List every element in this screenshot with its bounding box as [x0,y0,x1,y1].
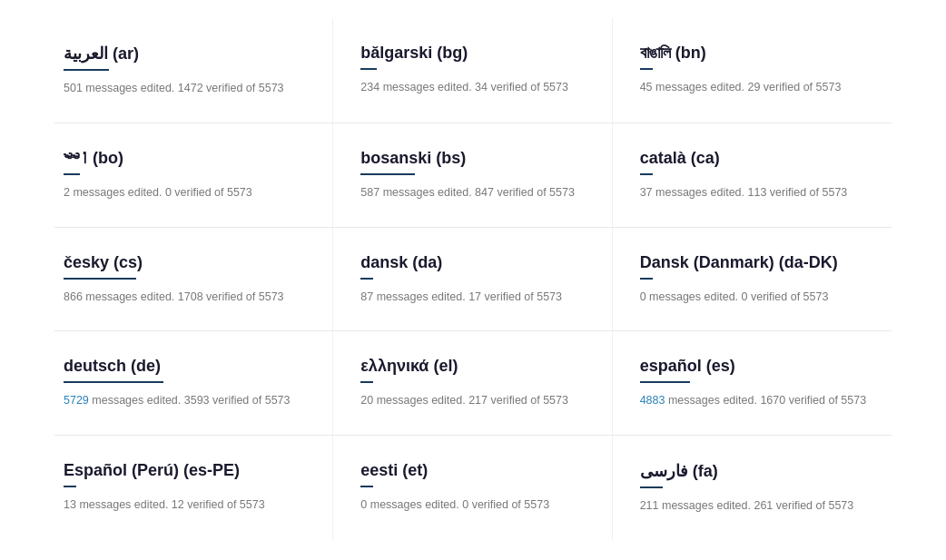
lang-item-bs[interactable]: bosanski (bs)587 messages edited. 847 ve… [333,123,612,228]
lang-underline-de [64,381,163,383]
lang-item-bg[interactable]: bălgarski (bg)234 messages edited. 34 ve… [333,18,612,123]
lang-title-el: ελληνικά (el) [360,357,593,376]
lang-stats-bg: 234 messages edited. 34 verified of 5573 [360,79,593,96]
lang-underline-da-DK [640,278,653,280]
lang-title-es: español (es) [640,357,873,376]
lang-underline-es-PE [64,486,76,487]
lang-underline-el [360,381,373,383]
lang-title-fa: فارسی (fa) [640,461,873,481]
lang-stats-fa: 211 messages edited. 261 verified of 557… [640,497,873,515]
language-grid: العربية (ar)501 messages edited. 1472 ve… [54,18,892,540]
lang-underline-et [360,486,373,487]
lang-underline-cs [64,278,136,280]
lang-stats-de: 5729 messages edited. 3593 verified of 5… [64,392,314,409]
lang-title-bg: bălgarski (bg) [360,44,593,63]
lang-item-es[interactable]: español (es)4883 messages edited. 1670 v… [613,331,892,436]
lang-title-ca: català (ca) [640,149,873,168]
lang-title-bn: বাঙালি (bn) [640,44,873,63]
lang-item-el[interactable]: ελληνικά (el)20 messages edited. 217 ver… [333,331,612,436]
lang-stats-cs: 866 messages edited. 1708 verified of 55… [64,289,314,306]
lang-title-da-DK: Dansk (Danmark) (da-DK) [640,253,873,272]
lang-item-ca[interactable]: català (ca)37 messages edited. 113 verif… [613,123,892,228]
lang-stats-et: 0 messages edited. 0 verified of 5573 [360,496,593,514]
lang-item-bn[interactable]: বাঙালি (bn)45 messages edited. 29 verifi… [613,18,892,123]
lang-stats-bn: 45 messages edited. 29 verified of 5573 [640,79,873,96]
lang-item-et[interactable]: eesti (et)0 messages edited. 0 verified … [333,436,612,540]
lang-stats-da-DK: 0 messages edited. 0 verified of 5573 [640,289,873,306]
lang-item-bo[interactable]: ༄༅། (bo)2 messages edited. 0 verified of… [54,123,333,228]
lang-title-es-PE: Español (Perú) (es-PE) [64,461,314,480]
lang-stats-ca: 37 messages edited. 113 verified of 5573 [640,184,873,201]
lang-stats-da: 87 messages edited. 17 verified of 5573 [360,289,593,306]
lang-stats-ar: 501 messages edited. 1472 verified of 55… [64,80,314,97]
lang-underline-da [360,278,373,280]
lang-stats-bs: 587 messages edited. 847 verified of 557… [360,184,593,201]
lang-title-cs: česky (cs) [64,253,314,272]
lang-title-da: dansk (da) [360,253,593,272]
lang-title-de: deutsch (de) [64,357,314,376]
lang-underline-bg [360,68,377,70]
lang-title-bs: bosanski (bs) [360,149,593,168]
lang-underline-es [640,381,690,383]
lang-stats-es: 4883 messages edited. 1670 verified of 5… [640,392,873,409]
lang-item-ar[interactable]: العربية (ar)501 messages edited. 1472 ve… [54,18,333,123]
lang-underline-bo [64,173,80,175]
lang-item-da-DK[interactable]: Dansk (Danmark) (da-DK)0 messages edited… [613,228,892,332]
lang-title-ar: العربية (ar) [64,44,314,64]
lang-item-es-PE[interactable]: Español (Perú) (es-PE)13 messages edited… [54,436,333,540]
lang-underline-bs [360,173,415,175]
lang-item-fa[interactable]: فارسی (fa)211 messages edited. 261 verif… [613,436,892,540]
lang-item-de[interactable]: deutsch (de)5729 messages edited. 3593 v… [54,331,333,436]
lang-underline-bn [640,68,653,70]
lang-item-da[interactable]: dansk (da)87 messages edited. 17 verifie… [333,228,612,332]
lang-stats-es-PE: 13 messages edited. 12 verified of 5573 [64,496,314,514]
lang-item-cs[interactable]: česky (cs)866 messages edited. 1708 veri… [54,228,333,332]
lang-underline-fa [640,486,663,488]
lang-stats-bo: 2 messages edited. 0 verified of 5573 [64,184,314,201]
lang-title-et: eesti (et) [360,461,593,480]
lang-underline-ca [640,173,653,175]
lang-title-bo: ༄༅། (bo) [64,149,314,168]
lang-stats-el: 20 messages edited. 217 verified of 5573 [360,392,593,409]
lang-underline-ar [64,69,109,71]
